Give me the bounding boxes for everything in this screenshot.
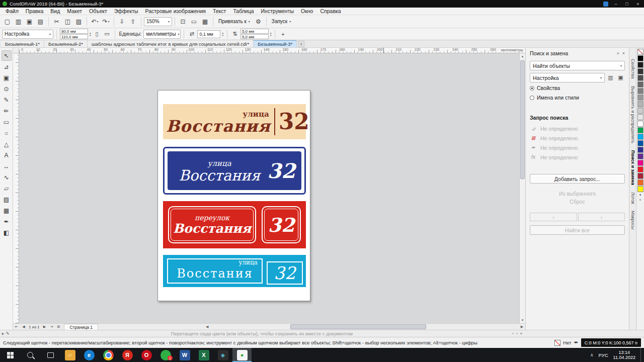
new-document-tab-button[interactable]: + bbox=[298, 41, 304, 47]
color-swatch[interactable] bbox=[637, 49, 643, 55]
color-swatch[interactable] bbox=[637, 173, 643, 179]
docker-collapse-icon[interactable]: » bbox=[617, 51, 619, 56]
drawing-canvas[interactable]: улица Восстания 32 улица Восстан bbox=[19, 53, 519, 323]
ellipse-tool[interactable]: ○ bbox=[2, 128, 12, 138]
app-opera[interactable]: O bbox=[137, 348, 156, 362]
next-page-button[interactable]: ▶ bbox=[41, 325, 48, 329]
docker-tab[interactable]: Свойства bbox=[630, 59, 635, 79]
app-code[interactable]: ◈ bbox=[213, 348, 232, 362]
radio-names-styles[interactable]: Имена или стили bbox=[530, 94, 625, 102]
palette-scroll-left-icon[interactable]: ‹ bbox=[512, 331, 514, 336]
find-previous-button[interactable]: ‹ bbox=[530, 213, 577, 221]
docker-tab[interactable]: Поиск и замена bbox=[630, 150, 635, 185]
previous-page-button[interactable]: ◀ bbox=[20, 325, 27, 329]
palette-more-icon[interactable]: » bbox=[520, 331, 522, 336]
color-swatch[interactable] bbox=[637, 186, 643, 192]
palette-scroll-down-icon[interactable]: ▾ bbox=[639, 193, 641, 197]
scroll-right-button[interactable]: ▶ bbox=[519, 325, 525, 329]
rectangle-tool[interactable]: ▭ bbox=[2, 117, 12, 127]
menu-item[interactable]: Таблица bbox=[229, 8, 257, 14]
palette-flyout-arrow-icon[interactable]: ▸ bbox=[2, 331, 4, 336]
radio-properties[interactable]: Свойства bbox=[530, 84, 625, 92]
text-tool[interactable]: А bbox=[2, 150, 12, 160]
copy-icon[interactable]: ◫ bbox=[62, 17, 73, 27]
menu-item[interactable]: Правка bbox=[22, 8, 47, 14]
cut-icon[interactable]: ✂ bbox=[51, 17, 62, 27]
first-page-button[interactable]: ⇤ bbox=[13, 325, 20, 329]
horizontal-scrollbar[interactable]: ◀ ▶ bbox=[204, 324, 525, 330]
color-swatch[interactable] bbox=[637, 108, 643, 114]
save-preset-icon[interactable]: ▣ bbox=[616, 73, 625, 82]
docker-tab[interactable]: Макросы bbox=[630, 211, 635, 230]
maximize-button[interactable]: □ bbox=[623, 2, 630, 7]
document-tab[interactable]: Безымянный-1* bbox=[1, 40, 44, 47]
color-swatch[interactable] bbox=[637, 101, 643, 107]
query-row[interactable]: ✒ Не определено bbox=[530, 143, 625, 152]
preset-dropdown[interactable]: Настройка▾ bbox=[2, 30, 53, 39]
find-mode-dropdown[interactable]: Найти объекты▾ bbox=[530, 61, 625, 70]
dimension-tool[interactable]: ↔ bbox=[2, 161, 12, 171]
app-word[interactable]: W bbox=[175, 348, 194, 362]
color-swatch[interactable] bbox=[637, 88, 643, 94]
menu-item[interactable]: Справка bbox=[316, 8, 344, 14]
options-gear-icon[interactable]: ⚙ bbox=[253, 17, 264, 27]
app-yandex[interactable]: Я bbox=[118, 348, 137, 362]
color-swatch[interactable] bbox=[637, 134, 643, 140]
scroll-left-button[interactable]: ◀ bbox=[204, 325, 210, 329]
menu-item[interactable]: Окно bbox=[297, 8, 316, 14]
find-next-button[interactable]: › bbox=[578, 213, 625, 221]
horizontal-ruler[interactable]: 0102030405060708090100110120130140150160… bbox=[19, 48, 525, 53]
add-page-button[interactable]: ⊞ bbox=[55, 325, 62, 329]
app-chrome[interactable] bbox=[99, 348, 118, 362]
save-icon[interactable]: ▣ bbox=[24, 17, 35, 27]
landscape-orientation-button[interactable]: ▭ bbox=[103, 30, 112, 39]
size-stepper[interactable]: ▴▾ bbox=[89, 32, 92, 37]
document-tab[interactable]: шаблоны адресных табличек итог в кривых … bbox=[88, 40, 254, 47]
palette-flyout-icon[interactable]: » bbox=[639, 198, 641, 202]
fullscreen-icon[interactable]: ⊡ bbox=[178, 17, 188, 27]
from-selected-button[interactable]: Из выбранного bbox=[530, 190, 625, 198]
grid-icon[interactable]: ▦ bbox=[200, 17, 210, 27]
pick-tool[interactable]: ↖ bbox=[2, 50, 12, 61]
color-swatch[interactable] bbox=[637, 95, 643, 101]
taskbar-clock[interactable]: 13:14 11.04.2022 bbox=[613, 350, 635, 360]
eyedropper-tool[interactable]: ✒ bbox=[2, 216, 12, 227]
crop-tool[interactable]: ▣ bbox=[2, 72, 12, 83]
outline-pen-icon[interactable]: ✒ bbox=[574, 339, 579, 346]
artistic-media-tool[interactable]: ✏ bbox=[2, 106, 12, 116]
print-icon[interactable]: ▤ bbox=[35, 17, 46, 27]
color-swatch[interactable] bbox=[637, 160, 643, 166]
open-icon[interactable]: ▥ bbox=[13, 17, 24, 27]
palette-scroll-right-icon[interactable]: › bbox=[516, 331, 518, 336]
polygon-tool[interactable]: △ bbox=[2, 139, 12, 149]
show-desktop-button[interactable] bbox=[640, 348, 643, 362]
new-document-icon[interactable]: ▢ bbox=[2, 17, 13, 27]
connector-tool[interactable]: ∿ bbox=[2, 172, 12, 183]
freehand-tool[interactable]: ✎ bbox=[2, 95, 12, 105]
duplicate-y-field[interactable]: 5,0 мм bbox=[240, 34, 269, 39]
address-plaque-cyan[interactable]: улица Восстания 32 bbox=[163, 255, 306, 287]
redo-icon[interactable]: ↷▾ bbox=[101, 17, 111, 27]
nudge-stepper[interactable]: ▴▾ bbox=[221, 32, 224, 37]
menu-item[interactable]: Текст bbox=[209, 8, 229, 14]
color-swatch[interactable] bbox=[637, 153, 643, 159]
color-swatch[interactable] bbox=[637, 127, 643, 133]
radio-button[interactable] bbox=[530, 96, 534, 100]
launch-dropdown[interactable]: Запуск▾ bbox=[269, 17, 293, 26]
add-query-button[interactable]: Добавить запрос... bbox=[530, 174, 625, 184]
export-icon[interactable]: ⇧ bbox=[128, 17, 138, 27]
color-swatch[interactable] bbox=[637, 140, 643, 146]
color-swatch[interactable] bbox=[637, 179, 643, 186]
taskbar-search-button[interactable] bbox=[20, 348, 40, 362]
menu-item[interactable]: Макет bbox=[63, 8, 86, 14]
scrollbar-thumb[interactable] bbox=[520, 60, 525, 179]
open-preset-folder-icon[interactable]: ▥ bbox=[606, 73, 615, 82]
color-swatch[interactable] bbox=[637, 55, 643, 61]
start-button[interactable] bbox=[0, 348, 20, 362]
menu-item[interactable]: Файл bbox=[2, 8, 22, 14]
color-swatch[interactable] bbox=[637, 68, 643, 74]
app-coreldraw[interactable]: ● bbox=[232, 348, 252, 362]
reset-button[interactable]: Сброс bbox=[530, 198, 625, 206]
units-dropdown[interactable]: миллиметры▾ bbox=[143, 30, 181, 39]
last-page-button[interactable]: ⇥ bbox=[48, 325, 55, 329]
